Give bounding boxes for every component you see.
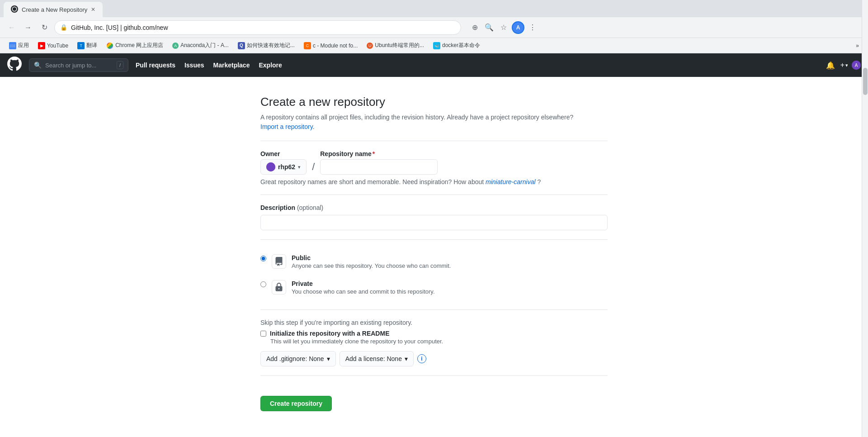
- owner-avatar: [266, 162, 275, 171]
- cmodule-favicon: C: [304, 42, 311, 49]
- owner-label: Owner: [260, 150, 307, 157]
- public-desc: Anyone can see this repository. You choo…: [292, 262, 451, 269]
- license-dropdown[interactable]: Add a license: None ▾: [340, 351, 414, 366]
- menu-icon[interactable]: ⋮: [526, 21, 539, 34]
- create-menu-button[interactable]: + ▾: [840, 61, 848, 69]
- notifications-icon[interactable]: 🔔: [824, 59, 837, 71]
- zoom-icon[interactable]: 🔍: [483, 21, 495, 34]
- nav-pull-requests[interactable]: Pull requests: [136, 62, 175, 69]
- bookmark-icon[interactable]: ☆: [497, 21, 510, 34]
- private-label: Private: [292, 280, 435, 287]
- quizlet-favicon: Q: [238, 42, 245, 49]
- bookmark-anaconda[interactable]: A Anaconda入门 - A...: [169, 40, 232, 51]
- divider-visibility: [260, 239, 608, 240]
- create-repository-button[interactable]: Create repository: [260, 396, 332, 411]
- bookmark-ubuntu[interactable]: U Ubuntu终端常用的...: [363, 40, 428, 51]
- scrollbar-thumb[interactable]: [863, 68, 868, 95]
- bookmark-youtube[interactable]: ▶ YouTube: [34, 40, 72, 51]
- bookmarks-bar: :::: 应用 ▶ YouTube T 翻译 Chrome 网上应用店 A An…: [0, 38, 868, 53]
- address-bar[interactable]: 🔒 GitHub, Inc. [US] | github.com/new: [54, 20, 461, 35]
- translate-favicon: T: [77, 42, 85, 49]
- bookmark-cmodule[interactable]: C c - Module not fo...: [300, 40, 361, 51]
- bookmark-chrome-store[interactable]: Chrome 网上应用店: [103, 40, 167, 51]
- forward-button[interactable]: →: [22, 21, 34, 34]
- public-radio[interactable]: [260, 256, 266, 261]
- gitignore-label: Add .gitignore: None: [266, 355, 324, 362]
- back-button[interactable]: ←: [5, 21, 18, 34]
- description-input[interactable]: [260, 215, 608, 230]
- bookmark-chrome-label: Chrome 网上应用店: [115, 42, 163, 49]
- lock-icon: 🔒: [60, 24, 67, 31]
- init-section: Initialize this repository with a README…: [260, 330, 608, 345]
- page-title: Create a new repository: [260, 95, 608, 109]
- bookmark-more-button[interactable]: »: [852, 41, 863, 51]
- browser-toolbar: ← → ↻ 🔒 GitHub, Inc. [US] | github.com/n…: [0, 17, 868, 38]
- bookmark-apps[interactable]: :::: 应用: [5, 40, 33, 51]
- init-label: Initialize this repository with a README: [270, 330, 389, 337]
- page-subtitle: A repository contains all project files,…: [260, 113, 608, 132]
- apps-favicon: ::::: [9, 42, 16, 49]
- github-search[interactable]: 🔍 Search or jump to... /: [29, 58, 128, 72]
- gitignore-dropdown[interactable]: Add .gitignore: None ▾: [260, 351, 336, 366]
- private-radio[interactable]: [260, 281, 266, 287]
- private-option: Private You choose who can see and commi…: [260, 275, 608, 300]
- reload-button[interactable]: ↻: [38, 21, 51, 34]
- import-repository-link[interactable]: Import a repository.: [260, 123, 315, 130]
- private-desc: You choose who can see and commit to thi…: [292, 288, 435, 295]
- profile-button[interactable]: A: [512, 21, 524, 34]
- divider-top: [260, 141, 608, 141]
- svg-text:A: A: [855, 63, 858, 68]
- toolbar-actions: ⊕ 🔍 ☆ A ⋮: [468, 21, 539, 34]
- required-indicator: *: [373, 150, 375, 157]
- info-button[interactable]: i: [417, 354, 426, 363]
- bookmark-quizlet-label: 如何快速有效地记...: [247, 42, 295, 49]
- gitignore-chevron-icon: ▾: [327, 355, 330, 362]
- repo-name-label: Repository name*: [320, 150, 438, 157]
- repo-name-input[interactable]: [320, 159, 438, 175]
- browser-chrome: Create a New Repository ✕ ← → ↻ 🔒 GitHub…: [0, 0, 868, 53]
- youtube-favicon: ▶: [38, 42, 45, 49]
- active-tab[interactable]: Create a New Repository ✕: [4, 2, 103, 17]
- bookmark-translate[interactable]: T 翻译: [74, 40, 101, 51]
- tab-close-icon[interactable]: ✕: [91, 6, 95, 13]
- github-header-actions: 🔔 + ▾ A: [824, 59, 861, 71]
- public-option-text: Public Anyone can see this repository. Y…: [292, 254, 451, 269]
- bookmark-quizlet[interactable]: Q 如何快速有效地记...: [234, 40, 298, 51]
- license-chevron-icon: ▾: [405, 355, 408, 362]
- anaconda-favicon: A: [172, 43, 179, 49]
- chrome-favicon: [106, 42, 113, 49]
- dropdown-row: Add .gitignore: None ▾ Add a license: No…: [260, 351, 608, 366]
- svg-rect-3: [266, 162, 275, 171]
- suggestion-link[interactable]: miniature-carnival: [486, 178, 535, 185]
- bookmark-youtube-label: YouTube: [47, 43, 68, 49]
- tab-favicon: [11, 5, 18, 14]
- init-desc: This will let you immediately clone the …: [270, 338, 608, 345]
- repo-name-group: Repository name*: [320, 150, 438, 175]
- user-avatar-button[interactable]: A: [852, 61, 861, 70]
- bookmark-docker[interactable]: 🐳 docker基本命令: [429, 40, 484, 51]
- divider-init: [260, 309, 608, 310]
- public-repo-icon: [272, 254, 286, 269]
- scrollbar[interactable]: [862, 0, 868, 437]
- nav-explore[interactable]: Explore: [259, 62, 282, 69]
- bookmark-cmodule-label: c - Module not fo...: [313, 43, 358, 49]
- nav-marketplace[interactable]: Marketplace: [213, 62, 250, 69]
- search-placeholder-text: Search or jump to...: [45, 62, 96, 69]
- owner-chevron-icon: ▾: [298, 164, 301, 170]
- nav-issues[interactable]: Issues: [184, 62, 204, 69]
- description-optional: (optional): [297, 204, 323, 211]
- github-logo[interactable]: [7, 57, 22, 74]
- translate-icon[interactable]: ⊕: [468, 21, 481, 34]
- bookmark-ubuntu-label: Ubuntu终端常用的...: [375, 42, 424, 49]
- owner-select[interactable]: rhp62 ▾: [260, 159, 307, 175]
- init-checkbox-row: Initialize this repository with a README: [260, 330, 608, 337]
- ubuntu-favicon: U: [367, 43, 373, 49]
- main-content-wrapper: Create a new repository A repository con…: [0, 77, 868, 437]
- bookmark-docker-label: docker基本命令: [442, 42, 480, 49]
- private-option-text: Private You choose who can see and commi…: [292, 280, 435, 295]
- owner-repo-row: Owner rhp62 ▾ / Repository name*: [260, 150, 608, 175]
- init-readme-checkbox[interactable]: [260, 331, 266, 337]
- search-icon: 🔍: [34, 62, 42, 69]
- github-nav: Pull requests Issues Marketplace Explore: [136, 62, 817, 69]
- search-kbd: /: [117, 61, 123, 69]
